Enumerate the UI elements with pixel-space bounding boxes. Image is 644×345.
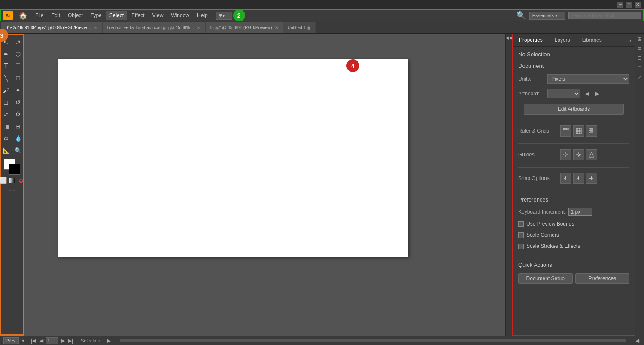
use-preview-bounds-checkbox[interactable] xyxy=(518,221,524,227)
guides-icon-2[interactable] xyxy=(573,149,584,160)
search-stock-input[interactable] xyxy=(568,12,641,19)
search-icon[interactable]: 🔍 xyxy=(516,11,526,20)
far-right-icon-4[interactable]: □ xyxy=(636,64,644,71)
rotate-tool[interactable]: ↺ xyxy=(12,97,24,108)
panel-expand-icon[interactable]: » xyxy=(624,35,635,46)
properties-panel: Properties Layers Libraries » No Selecti… xyxy=(512,34,635,336)
svg-rect-12 xyxy=(589,131,591,132)
color-gradient-icon[interactable] xyxy=(9,178,15,183)
artboard-prev-nav-btn[interactable]: ◀ xyxy=(38,337,45,344)
pen-tool[interactable]: ✒ xyxy=(0,49,12,60)
anchor-tool[interactable]: ⬡ xyxy=(12,49,24,60)
status-play-btn[interactable]: ▶ xyxy=(105,337,112,344)
tab-4[interactable]: Untitled-1 ◎ xyxy=(283,22,316,33)
tab-3[interactable]: 5.jpg* @ 45.86% (RGB/Preview) ✕ xyxy=(205,22,283,33)
tab-properties[interactable]: Properties xyxy=(513,34,549,46)
menu-window[interactable]: Window xyxy=(167,11,193,20)
menu-right-area: 🔍 Pixels Essentials ▾ xyxy=(516,11,641,20)
home-button[interactable]: 🏠 xyxy=(15,10,31,21)
badge-2-circle: 2 xyxy=(233,9,245,21)
units-select[interactable]: Pixels Inches Centimeters xyxy=(547,74,629,84)
keyboard-increment-input[interactable] xyxy=(568,208,592,216)
snap-options-row: Snap Options xyxy=(518,173,629,184)
collapse-arrow-icon[interactable]: ◀◀ xyxy=(506,35,513,40)
tab-1[interactable]: 61e2d48d91d94.eps* @ 50% (RGB/Preview) ✕ xyxy=(1,22,102,33)
document-setup-button[interactable]: Document Setup xyxy=(518,273,573,284)
artboard-next-nav-btn[interactable]: ▶ xyxy=(59,337,66,344)
measure-tool[interactable]: 📐 xyxy=(0,145,12,156)
menu-view[interactable]: View xyxy=(149,11,167,20)
ruler-icon-2[interactable] xyxy=(573,125,584,137)
ruler-icon-1[interactable] xyxy=(560,125,571,137)
line-tools-row: ╲ □ xyxy=(0,73,24,84)
menu-effect[interactable]: Effect xyxy=(128,11,148,20)
ruler-icon-3[interactable] xyxy=(586,125,597,137)
essentials-dropdown[interactable]: Pixels Essentials ▾ xyxy=(529,12,565,20)
scale-strokes-effects-checkbox[interactable] xyxy=(518,244,524,249)
curvature-tool[interactable]: ⌒ xyxy=(12,61,24,72)
menu-type[interactable]: Type xyxy=(87,11,105,20)
far-right-icon-2[interactable]: ≡ xyxy=(636,45,644,52)
warp-tool[interactable]: ⥀ xyxy=(12,109,24,120)
snap-icon-3[interactable] xyxy=(586,173,597,184)
artboard-next-btn[interactable]: ▶ xyxy=(594,90,601,97)
stroke-swatch[interactable] xyxy=(9,164,20,175)
artboard-first-btn[interactable]: |◀ xyxy=(30,337,37,344)
rect-tool[interactable]: □ xyxy=(12,73,24,84)
snap-icons-row xyxy=(560,173,597,184)
workspace-switcher[interactable]: ⊞▾ xyxy=(216,12,232,20)
type-tool[interactable]: T xyxy=(0,61,12,72)
ruler-icons-row xyxy=(560,125,597,137)
snap-icon-1[interactable] xyxy=(560,173,571,184)
guides-icon-3[interactable] xyxy=(586,149,597,160)
ai-logo-icon: Ai xyxy=(3,11,13,20)
edit-artboards-button[interactable]: Edit Artboards xyxy=(524,104,624,115)
artboard-last-btn[interactable]: ▶| xyxy=(67,337,74,344)
menu-object[interactable]: Object xyxy=(64,11,86,20)
zoom-dropdown-btn[interactable]: ▾ xyxy=(20,337,27,344)
menu-select[interactable]: Select xyxy=(106,11,127,20)
eraser-tool[interactable]: ◻ xyxy=(0,97,12,108)
minimize-button[interactable]: ─ xyxy=(617,2,623,8)
units-row: Units: Pixels Inches Centimeters xyxy=(518,74,629,84)
zoom-input[interactable] xyxy=(3,337,19,344)
blob-tool[interactable]: ✦ xyxy=(12,85,24,96)
tab-2-close[interactable]: ✕ xyxy=(197,25,200,30)
close-button[interactable]: ✕ xyxy=(635,2,641,8)
scale-corners-checkbox[interactable] xyxy=(518,232,524,238)
blend-tool[interactable]: ∞ xyxy=(0,133,12,144)
maximize-button[interactable]: □ xyxy=(626,2,632,8)
tab-layers[interactable]: Layers xyxy=(549,34,576,46)
artboard-select[interactable]: 1 2 xyxy=(547,89,580,98)
direct-select-tool[interactable]: ↗ xyxy=(12,37,24,48)
snap-icon-2[interactable] xyxy=(573,173,584,184)
menu-file[interactable]: File xyxy=(32,11,47,20)
artboard-prev-btn[interactable]: ◀ xyxy=(584,90,591,97)
far-right-icon-5[interactable]: ↗ xyxy=(636,73,644,81)
gradient-tool[interactable]: ▥ xyxy=(0,121,12,132)
mesh-tool[interactable]: ⊞ xyxy=(12,121,24,132)
scale-tool[interactable]: ⤢ xyxy=(0,109,12,120)
tab-libraries[interactable]: Libraries xyxy=(576,34,608,46)
paintbrush-tool[interactable]: 🖌 xyxy=(0,85,12,96)
tab-1-close[interactable]: ✕ xyxy=(94,25,97,30)
artboard-nav-input[interactable] xyxy=(46,337,58,344)
menu-help[interactable]: Help xyxy=(194,11,211,20)
color-none-icon[interactable]: ⬜ xyxy=(0,177,7,184)
status-scroll-left-btn[interactable]: ◀ xyxy=(634,337,641,344)
menu-edit[interactable]: Edit xyxy=(48,11,64,20)
scale-strokes-effects-row: Scale Strokes & Effects xyxy=(518,243,629,249)
artboard xyxy=(58,59,408,257)
use-preview-bounds-row: Use Preview Bounds xyxy=(518,221,629,227)
far-right-icon-1[interactable]: ⊞ xyxy=(636,35,644,43)
more-tools-button[interactable]: ··· xyxy=(9,187,15,195)
zoom-tool[interactable]: 🔍 xyxy=(12,145,24,156)
line-segment-tool[interactable]: ╲ xyxy=(0,73,12,84)
eyedropper-tool[interactable]: 💧 xyxy=(12,133,24,144)
guides-icon-1[interactable] xyxy=(560,149,571,160)
tab-2[interactable]: hoa-hoc-ve-ky-thuat-autocad.jpg @ 45.86%… xyxy=(102,22,205,33)
far-right-icon-3[interactable]: ⊟ xyxy=(636,54,644,62)
preferences-button[interactable]: Preferences xyxy=(575,273,630,284)
tab-3-close[interactable]: ✕ xyxy=(275,25,278,30)
title-bar: ─ □ ✕ xyxy=(0,0,644,9)
